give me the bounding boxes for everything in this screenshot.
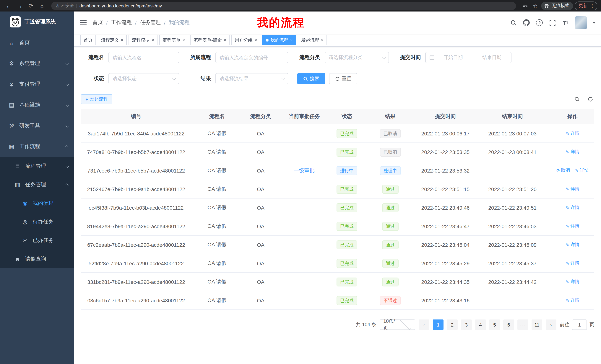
detail-action[interactable]: ✎详情 (566, 260, 579, 267)
result-placeholder: 请选择流结果 (220, 75, 281, 82)
detail-action[interactable]: ✎详情 (566, 297, 579, 304)
sidebar-item-label: 我的流程 (33, 200, 68, 207)
sidebar-item[interactable]: ⚙ 系统管理 (0, 53, 74, 74)
owner-process-input[interactable] (215, 52, 288, 63)
sidebar-item[interactable]: ¥ 支付管理 (0, 74, 74, 95)
view-tab[interactable]: 流程定义 × (98, 35, 127, 45)
security-chip[interactable]: ⚠ 不安全 (56, 3, 74, 9)
view-tab[interactable]: 用户分组 × (231, 35, 260, 45)
detail-action[interactable]: ✎详情 (566, 205, 579, 211)
result-badge: 通过 (382, 222, 398, 231)
page-number-button[interactable]: 11 (531, 319, 542, 330)
browser-home-icon[interactable]: ⌂ (37, 1, 47, 10)
view-tab[interactable]: 我的流程 × (262, 35, 296, 45)
toggle-search-icon[interactable] (573, 95, 581, 103)
status-badge: 已完成 (337, 296, 357, 305)
view-tab[interactable]: 流程表单-编辑 × (190, 35, 230, 45)
close-icon[interactable]: × (254, 38, 257, 42)
row-id: 52ffd28e-7b9a-11ec-a290-acde48001122 (81, 260, 191, 266)
table-row: 819442e8-7b9a-11ec-a290-acde48001122 OA … (81, 217, 594, 236)
detail-action[interactable]: ✎详情 (566, 186, 579, 192)
close-icon[interactable]: × (121, 38, 123, 42)
address-bar[interactable]: ⚠ 不安全 dashboard.yudao.iocoder.cn/bpm/tas… (51, 2, 516, 10)
category-select[interactable]: 请选择流程分类 (325, 52, 389, 63)
close-icon[interactable]: × (321, 38, 323, 42)
search-icon[interactable] (510, 19, 517, 26)
breadcrumb-item[interactable]: 任务管理 (140, 19, 161, 26)
breadcrumb-item[interactable]: 工作流程 (111, 19, 132, 26)
next-page-button[interactable]: › (546, 319, 556, 330)
create-process-button[interactable]: + 发起流程 (81, 94, 112, 104)
current-task-link[interactable]: 一级审批 (294, 167, 315, 173)
system-mgmt-icon: ⚙ (8, 60, 15, 67)
avatar[interactable] (575, 16, 587, 29)
browser-back-icon[interactable]: ← (4, 1, 13, 10)
goto-page-input[interactable] (572, 319, 587, 330)
detail-action[interactable]: ✎详情 (566, 242, 579, 248)
row-submit-time: 2022-01-23 00:06:17 (417, 130, 474, 136)
sidebar-item[interactable]: ✂ 已办任务 (0, 231, 74, 250)
status-select[interactable]: 请选择状态 (109, 73, 179, 84)
row-process-name: OA 请假 (191, 149, 242, 155)
browser-reload-icon[interactable]: ⟳ (26, 1, 36, 10)
password-key-icon[interactable] (521, 1, 529, 10)
cancel-action[interactable]: ⊘取消 (556, 168, 570, 174)
view-tab[interactable]: 流程表单 × (159, 35, 188, 45)
sidebar-item[interactable]: ⌂ 首页 (0, 32, 74, 53)
close-icon[interactable]: × (290, 38, 293, 42)
submit-time-range-picker[interactable]: 开始日期 - 结束日期 (425, 52, 511, 63)
page-number-button[interactable]: 2 (447, 319, 458, 330)
search-button[interactable]: 搜索 (297, 73, 325, 84)
reset-button[interactable]: 重置 (329, 73, 357, 84)
view-tab[interactable]: 发起流程 × (298, 35, 327, 45)
sidebar-item[interactable]: ≣ 流程管理 (0, 157, 74, 175)
tab-label: 发起流程 (301, 37, 319, 43)
sidebar-item[interactable]: ◉ 我的流程 (0, 194, 74, 213)
hamburger-icon[interactable] (80, 20, 87, 25)
result-select[interactable]: 请选择流结果 (215, 73, 288, 84)
page-number-button[interactable]: 1 (433, 319, 443, 330)
row-end-time: 2022-01-22 23:49:51 (474, 205, 551, 211)
browser-update-button[interactable]: 更新 ⋮ (575, 1, 597, 10)
bookmark-star-icon[interactable]: ☆ (531, 1, 540, 10)
prev-page-button[interactable]: ‹ (419, 319, 429, 330)
browser-forward-icon[interactable]: → (15, 1, 25, 10)
browser-menu-icon[interactable]: ⋮ (590, 3, 595, 9)
view-tab[interactable]: 首页 × (80, 35, 96, 45)
process-name-input[interactable] (109, 52, 179, 63)
fullscreen-icon[interactable] (549, 19, 556, 26)
page-number-button[interactable]: 3 (461, 319, 472, 330)
detail-label: 详情 (570, 205, 579, 211)
page-size-select[interactable]: 10条/页 (380, 319, 415, 330)
app-logo-row[interactable]: 芋道管理系统 (0, 11, 74, 32)
view-tab[interactable]: 流程模型 × (129, 35, 158, 45)
page-number-button[interactable]: 6 (503, 319, 514, 330)
sidebar-item[interactable]: ▤ 基础设施 (0, 95, 74, 115)
avatar-caret-icon[interactable]: ▾ (593, 20, 595, 25)
row-category: OA (243, 242, 279, 248)
sidebar-item[interactable]: ▦ 工作流程 (0, 136, 74, 157)
sidebar-item[interactable]: ☻ 请假查询 (0, 250, 74, 268)
detail-action[interactable]: ✎详情 (566, 149, 579, 155)
close-icon[interactable]: × (151, 38, 154, 42)
refresh-table-icon[interactable] (586, 95, 594, 103)
detail-action[interactable]: ✎详情 (566, 223, 579, 230)
page-number-button[interactable]: ··· (517, 319, 528, 330)
close-icon[interactable]: × (182, 38, 185, 42)
breadcrumb-item[interactable]: 首页 (92, 19, 103, 26)
sidebar-item[interactable]: ⚒ 研发工具 (0, 115, 74, 136)
page-number-button[interactable]: 4 (475, 319, 486, 330)
url-text[interactable]: dashboard.yudao.iocoder.cn/bpm/task/my (80, 3, 511, 8)
detail-action[interactable]: ✎详情 (566, 279, 579, 285)
close-icon[interactable]: × (224, 38, 226, 42)
status-badge: 已完成 (337, 240, 357, 249)
sidebar-item[interactable]: ◎ 待办任务 (0, 213, 74, 231)
help-icon[interactable]: ? (536, 19, 543, 26)
font-size-icon[interactable]: TT (562, 19, 569, 26)
detail-action[interactable]: ✎详情 (566, 130, 579, 137)
breadcrumb-item[interactable]: 我的流程 (169, 19, 190, 26)
github-icon[interactable] (523, 19, 530, 26)
detail-action[interactable]: ✎详情 (575, 168, 589, 174)
sidebar-item[interactable]: ▥ 任务管理 (0, 175, 74, 194)
page-number-button[interactable]: 5 (489, 319, 500, 330)
